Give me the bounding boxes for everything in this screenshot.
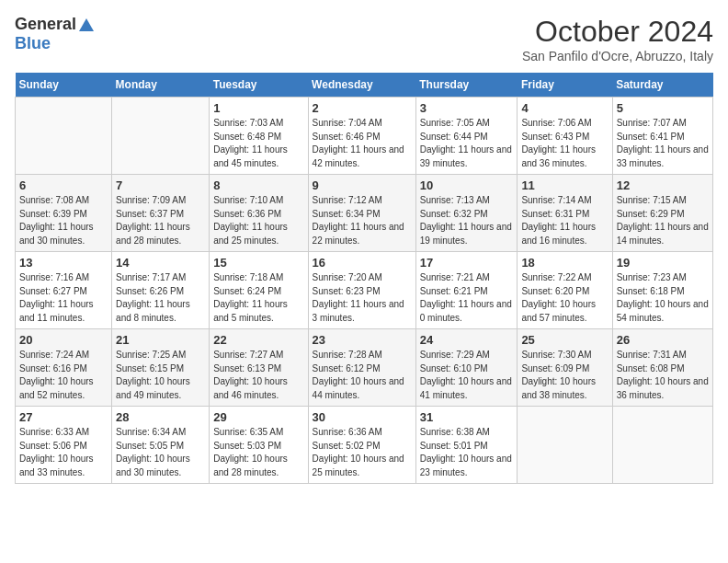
day-number: 27 [19,410,108,424]
day-number: 14 [116,256,205,270]
day-info: Sunrise: 7:18 AM Sunset: 6:24 PM Dayligh… [213,271,303,325]
calendar-cell: 1Sunrise: 7:03 AM Sunset: 6:48 PM Daylig… [210,98,308,175]
day-number: 11 [521,178,608,192]
day-number: 28 [116,410,205,424]
calendar-header-row: SundayMondayTuesdayWednesdayThursdayFrid… [16,73,713,98]
day-info: Sunrise: 7:03 AM Sunset: 6:48 PM Dayligh… [213,117,303,170]
logo-general-text: General [15,15,76,34]
day-info: Sunrise: 6:35 AM Sunset: 5:03 PM Dayligh… [213,426,303,479]
day-number: 20 [19,333,108,347]
day-info: Sunrise: 7:12 AM Sunset: 6:34 PM Dayligh… [313,194,412,247]
calendar-cell: 22Sunrise: 7:27 AM Sunset: 6:13 PM Dayli… [210,329,308,407]
page-header: General Blue October 2024 San Panfilo d'… [15,15,713,63]
calendar-cell: 7Sunrise: 7:09 AM Sunset: 6:37 PM Daylig… [112,175,210,252]
day-info: Sunrise: 7:29 AM Sunset: 6:10 PM Dayligh… [420,349,514,402]
header-day-saturday: Saturday [612,73,712,98]
calendar-cell [518,407,612,484]
location-text: San Panfilo d'Ocre, Abruzzo, Italy [522,49,713,63]
calendar-cell: 3Sunrise: 7:05 AM Sunset: 6:44 PM Daylig… [415,98,518,175]
day-number: 30 [313,410,412,424]
calendar-table: SundayMondayTuesdayWednesdayThursdayFrid… [15,73,713,484]
calendar-cell: 26Sunrise: 7:31 AM Sunset: 6:08 PM Dayli… [612,329,712,407]
day-info: Sunrise: 7:14 AM Sunset: 6:31 PM Dayligh… [521,194,608,247]
day-info: Sunrise: 7:07 AM Sunset: 6:41 PM Dayligh… [617,117,709,170]
day-info: Sunrise: 7:10 AM Sunset: 6:36 PM Dayligh… [213,194,303,247]
calendar-cell: 13Sunrise: 7:16 AM Sunset: 6:27 PM Dayli… [16,252,112,329]
day-number: 16 [313,256,412,270]
calendar-cell: 18Sunrise: 7:22 AM Sunset: 6:20 PM Dayli… [518,252,612,329]
title-block: October 2024 San Panfilo d'Ocre, Abruzzo… [522,15,713,63]
calendar-cell: 6Sunrise: 7:08 AM Sunset: 6:39 PM Daylig… [16,175,112,252]
logo: General Blue [15,15,97,53]
day-number: 15 [213,256,303,270]
day-info: Sunrise: 7:28 AM Sunset: 6:12 PM Dayligh… [313,349,412,402]
calendar-cell: 28Sunrise: 6:34 AM Sunset: 5:05 PM Dayli… [112,407,210,484]
day-number: 17 [420,256,514,270]
day-info: Sunrise: 7:16 AM Sunset: 6:27 PM Dayligh… [19,271,108,325]
day-number: 23 [313,333,412,347]
day-info: Sunrise: 7:04 AM Sunset: 6:46 PM Dayligh… [313,117,412,170]
day-info: Sunrise: 7:06 AM Sunset: 6:43 PM Dayligh… [521,117,608,170]
logo-triangle-icon [78,17,95,33]
day-number: 10 [420,178,514,192]
header-day-sunday: Sunday [16,73,112,98]
day-info: Sunrise: 7:22 AM Sunset: 6:20 PM Dayligh… [521,271,608,325]
calendar-cell: 20Sunrise: 7:24 AM Sunset: 6:16 PM Dayli… [16,329,112,407]
day-info: Sunrise: 7:25 AM Sunset: 6:15 PM Dayligh… [116,349,205,402]
day-info: Sunrise: 7:17 AM Sunset: 6:26 PM Dayligh… [116,271,205,325]
calendar-week-row: 20Sunrise: 7:24 AM Sunset: 6:16 PM Dayli… [16,329,713,407]
calendar-cell: 16Sunrise: 7:20 AM Sunset: 6:23 PM Dayli… [308,252,415,329]
logo-blue-text: Blue [15,34,51,53]
day-number: 31 [420,410,514,424]
day-info: Sunrise: 7:20 AM Sunset: 6:23 PM Dayligh… [313,271,412,325]
day-number: 21 [116,333,205,347]
day-info: Sunrise: 7:05 AM Sunset: 6:44 PM Dayligh… [420,117,514,170]
calendar-cell: 8Sunrise: 7:10 AM Sunset: 6:36 PM Daylig… [210,175,308,252]
day-number: 9 [313,178,412,192]
calendar-cell [16,98,112,175]
calendar-cell: 12Sunrise: 7:15 AM Sunset: 6:29 PM Dayli… [612,175,712,252]
day-info: Sunrise: 6:33 AM Sunset: 5:06 PM Dayligh… [19,426,108,479]
day-info: Sunrise: 7:23 AM Sunset: 6:18 PM Dayligh… [617,271,709,325]
calendar-cell: 14Sunrise: 7:17 AM Sunset: 6:26 PM Dayli… [112,252,210,329]
day-number: 7 [116,178,205,192]
calendar-cell: 23Sunrise: 7:28 AM Sunset: 6:12 PM Dayli… [308,329,415,407]
day-number: 29 [213,410,303,424]
calendar-cell: 24Sunrise: 7:29 AM Sunset: 6:10 PM Dayli… [415,329,518,407]
calendar-cell: 19Sunrise: 7:23 AM Sunset: 6:18 PM Dayli… [612,252,712,329]
header-day-wednesday: Wednesday [308,73,415,98]
header-day-tuesday: Tuesday [210,73,308,98]
day-number: 24 [420,333,514,347]
calendar-week-row: 1Sunrise: 7:03 AM Sunset: 6:48 PM Daylig… [16,98,713,175]
calendar-cell: 4Sunrise: 7:06 AM Sunset: 6:43 PM Daylig… [518,98,612,175]
day-info: Sunrise: 7:31 AM Sunset: 6:08 PM Dayligh… [617,349,709,402]
day-info: Sunrise: 7:21 AM Sunset: 6:21 PM Dayligh… [420,271,514,325]
calendar-cell: 2Sunrise: 7:04 AM Sunset: 6:46 PM Daylig… [308,98,415,175]
day-info: Sunrise: 7:08 AM Sunset: 6:39 PM Dayligh… [19,194,108,247]
day-info: Sunrise: 7:15 AM Sunset: 6:29 PM Dayligh… [617,194,709,247]
day-info: Sunrise: 6:36 AM Sunset: 5:02 PM Dayligh… [313,426,412,479]
day-number: 19 [617,256,709,270]
day-number: 12 [617,178,709,192]
calendar-cell: 31Sunrise: 6:38 AM Sunset: 5:01 PM Dayli… [415,407,518,484]
header-day-monday: Monday [112,73,210,98]
header-day-friday: Friday [518,73,612,98]
calendar-cell: 29Sunrise: 6:35 AM Sunset: 5:03 PM Dayli… [210,407,308,484]
calendar-cell: 15Sunrise: 7:18 AM Sunset: 6:24 PM Dayli… [210,252,308,329]
day-info: Sunrise: 7:24 AM Sunset: 6:16 PM Dayligh… [19,349,108,402]
day-number: 6 [19,178,108,192]
day-number: 4 [521,101,608,115]
header-day-thursday: Thursday [415,73,518,98]
month-title: October 2024 [522,15,713,49]
day-info: Sunrise: 7:13 AM Sunset: 6:32 PM Dayligh… [420,194,514,247]
calendar-cell: 30Sunrise: 6:36 AM Sunset: 5:02 PM Dayli… [308,407,415,484]
day-info: Sunrise: 7:09 AM Sunset: 6:37 PM Dayligh… [116,194,205,247]
day-info: Sunrise: 6:34 AM Sunset: 5:05 PM Dayligh… [116,426,205,479]
calendar-cell: 25Sunrise: 7:30 AM Sunset: 6:09 PM Dayli… [518,329,612,407]
day-number: 8 [213,178,303,192]
calendar-cell: 17Sunrise: 7:21 AM Sunset: 6:21 PM Dayli… [415,252,518,329]
day-number: 5 [617,101,709,115]
calendar-cell: 5Sunrise: 7:07 AM Sunset: 6:41 PM Daylig… [612,98,712,175]
day-number: 13 [19,256,108,270]
calendar-cell: 21Sunrise: 7:25 AM Sunset: 6:15 PM Dayli… [112,329,210,407]
